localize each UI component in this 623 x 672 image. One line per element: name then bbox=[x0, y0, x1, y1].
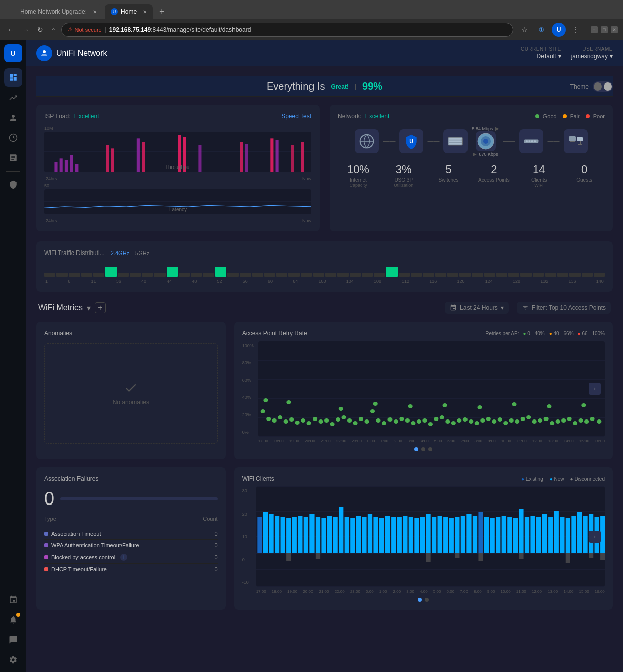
svg-rect-166 bbox=[519, 509, 523, 553]
svg-rect-121 bbox=[257, 517, 262, 553]
band-5ghz[interactable]: 5GHz bbox=[135, 250, 149, 256]
svg-point-73 bbox=[416, 419, 421, 424]
svg-point-108 bbox=[373, 402, 377, 406]
svg-rect-40 bbox=[578, 144, 582, 145]
dot-3[interactable] bbox=[428, 447, 432, 451]
calendar-icon bbox=[450, 304, 457, 311]
sidebar-item-insights[interactable] bbox=[4, 129, 22, 147]
retry-chart-nav[interactable]: › bbox=[589, 383, 601, 395]
svg-rect-26 bbox=[449, 140, 462, 142]
retry-pagination bbox=[242, 447, 605, 451]
sidebar-item-clients[interactable] bbox=[4, 109, 22, 127]
tab-close-unifi[interactable]: ✕ bbox=[143, 9, 147, 15]
svg-point-90 bbox=[515, 419, 519, 424]
assoc-row-blocked: Blocked by access control i 0 bbox=[44, 551, 218, 564]
ch-44-used bbox=[386, 267, 397, 277]
ch-36-used bbox=[215, 267, 226, 277]
svg-rect-10 bbox=[137, 138, 140, 172]
svg-point-93 bbox=[532, 419, 536, 424]
svg-rect-151 bbox=[432, 517, 436, 553]
svg-point-59 bbox=[336, 417, 340, 422]
maximize-button[interactable]: □ bbox=[601, 26, 608, 33]
usg-icon: U bbox=[399, 129, 423, 153]
add-widget-button[interactable]: + bbox=[95, 302, 106, 313]
svg-rect-138 bbox=[356, 516, 360, 553]
1password-icon[interactable]: ① bbox=[534, 23, 549, 37]
forward-button[interactable]: → bbox=[20, 24, 31, 36]
svg-point-68 bbox=[387, 417, 392, 422]
close-button[interactable]: ✕ bbox=[611, 26, 618, 33]
stat-usg: 3% USG 3P Utilization bbox=[383, 163, 424, 188]
svg-point-51 bbox=[289, 417, 294, 422]
tab-home-network[interactable]: Home Network Upgrade: ✕ bbox=[4, 4, 103, 19]
tab-unifi[interactable]: U Home ✕ bbox=[105, 4, 153, 19]
svg-rect-9 bbox=[111, 148, 114, 172]
bookmark-icon[interactable]: ☆ bbox=[517, 23, 531, 37]
svg-rect-130 bbox=[309, 514, 314, 553]
svg-rect-6 bbox=[70, 155, 73, 172]
poor-legend: Poor bbox=[586, 113, 605, 119]
time-filter-button[interactable]: Last 24 Hours ▾ bbox=[445, 302, 509, 314]
address-bar[interactable]: ⚠ Not secure | 192.168.75.149:8443/manag… bbox=[61, 23, 513, 37]
time-filter-label: Last 24 Hours bbox=[460, 304, 498, 311]
sidebar-item-notifications[interactable] bbox=[4, 611, 22, 629]
dot-2[interactable] bbox=[421, 447, 425, 451]
assoc-failures-title: Association Failures bbox=[44, 475, 218, 482]
svg-rect-189 bbox=[600, 553, 605, 560]
svg-rect-33 bbox=[528, 140, 530, 142]
svg-rect-19 bbox=[291, 145, 294, 172]
clients-dot-2[interactable] bbox=[425, 598, 429, 602]
minimize-button[interactable]: − bbox=[591, 26, 598, 33]
wifi-traffic-header: WiFi Traffic Distributi... 2.4GHz 5GHz bbox=[44, 249, 605, 257]
ubiquiti-extension-icon[interactable]: U bbox=[552, 23, 566, 37]
svg-rect-181 bbox=[286, 553, 291, 561]
home-button[interactable]: ⌂ bbox=[49, 24, 57, 36]
sidebar-item-security[interactable] bbox=[4, 176, 22, 194]
svg-point-53 bbox=[301, 418, 305, 423]
latency-area: 50 Latency -24hrs No bbox=[44, 183, 312, 223]
svg-rect-186 bbox=[519, 553, 523, 559]
svg-rect-177 bbox=[583, 516, 587, 553]
sidebar-item-statistics[interactable] bbox=[4, 89, 22, 107]
clients-dot-1[interactable] bbox=[418, 598, 422, 602]
anomalies-panel: Anomalies No anomalies bbox=[36, 322, 226, 459]
svg-rect-180 bbox=[600, 516, 605, 553]
svg-point-47 bbox=[266, 417, 271, 421]
svg-rect-132 bbox=[321, 518, 326, 553]
wifi-traffic-panel: WiFi Traffic Distributi... 2.4GHz 5GHz bbox=[36, 241, 613, 292]
sidebar-item-schedule[interactable] bbox=[4, 591, 22, 609]
sidebar-item-dashboard[interactable] bbox=[4, 68, 22, 87]
clients-chart-nav[interactable]: › bbox=[589, 531, 601, 543]
sidebar-item-reports[interactable] bbox=[4, 149, 22, 167]
svg-point-88 bbox=[503, 421, 508, 425]
anomalies-empty-message: No anomalies bbox=[113, 399, 149, 406]
info-icon[interactable]: i bbox=[120, 554, 127, 561]
access-points-filter[interactable]: Filter: Top 10 Access Points bbox=[517, 302, 611, 314]
username-value[interactable]: jamesridgway ▾ bbox=[571, 53, 613, 60]
reload-button[interactable]: ↻ bbox=[35, 24, 45, 36]
assoc-failures-panel: Association Failures 0 Type Count bbox=[36, 467, 226, 610]
tab-close-home[interactable]: ✕ bbox=[93, 9, 97, 15]
dashboard: Everything Is Great! | 99% Theme bbox=[26, 66, 623, 628]
y-max-label: 10M bbox=[44, 126, 53, 131]
menu-icon[interactable]: ⋮ bbox=[569, 23, 583, 37]
assoc-dot-2 bbox=[44, 543, 48, 547]
new-tab-button[interactable]: + bbox=[155, 7, 169, 17]
svg-rect-125 bbox=[280, 517, 285, 553]
theme-toggle[interactable] bbox=[593, 81, 613, 92]
theme-toggle-knob bbox=[594, 82, 602, 91]
ch-11-used bbox=[167, 267, 178, 277]
status-highlight: Great! bbox=[331, 83, 349, 90]
current-site-value[interactable]: Default ▾ bbox=[537, 53, 561, 60]
anomalies-title: Anomalies bbox=[44, 330, 218, 337]
dot-1[interactable] bbox=[414, 447, 418, 451]
svg-point-50 bbox=[283, 419, 288, 424]
fair-legend: Fair bbox=[563, 113, 580, 119]
band-24ghz[interactable]: 2.4GHz bbox=[111, 250, 129, 256]
speed-test-link[interactable]: Speed Test bbox=[281, 113, 312, 120]
sidebar-item-messages[interactable] bbox=[4, 631, 22, 649]
sidebar-logo[interactable]: U bbox=[4, 44, 22, 62]
wifi-metrics-dropdown[interactable]: ▾ bbox=[87, 303, 91, 313]
back-button[interactable]: ← bbox=[5, 24, 16, 36]
sidebar-item-settings[interactable] bbox=[4, 651, 22, 669]
